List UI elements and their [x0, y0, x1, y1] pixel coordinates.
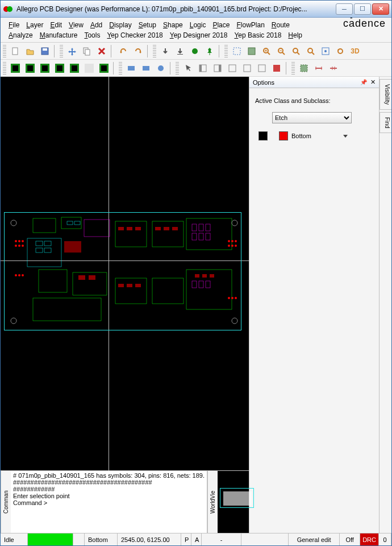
panel-1-button[interactable] — [196, 61, 210, 75]
copy-button[interactable] — [80, 44, 94, 58]
zoom-sel-button[interactable] — [289, 44, 303, 58]
layer-visibility-5-button[interactable] — [68, 61, 81, 75]
class-select[interactable]: Etch — [272, 112, 352, 123]
delete-button[interactable] — [95, 44, 109, 58]
svg-rect-64 — [152, 278, 184, 304]
panel-3-button[interactable] — [226, 61, 239, 75]
shape-circle-button[interactable] — [154, 61, 168, 75]
toolbar-grip-icon[interactable] — [3, 62, 6, 75]
zoom-window-button[interactable] — [230, 44, 244, 58]
menu-setup[interactable]: Setup — [135, 20, 160, 30]
menu-layer[interactable]: Layer — [23, 20, 47, 30]
3d-button[interactable]: 3D — [348, 44, 362, 58]
svg-rect-34 — [101, 65, 107, 71]
zoom-out-button[interactable] — [274, 44, 288, 58]
worldview-tab[interactable]: WorldVie — [207, 471, 218, 533]
menu-yep-checker[interactable]: Yep Checker 2018 — [103, 30, 166, 40]
menu-manufacture[interactable]: Manufacture — [36, 30, 81, 40]
tab-find[interactable]: Find — [380, 112, 391, 133]
tab-visibility[interactable]: Visibility — [380, 79, 391, 110]
arrow-down-alt-button[interactable] — [173, 44, 187, 58]
toolbar-grip-icon[interactable] — [224, 45, 228, 57]
menu-file[interactable]: File — [5, 20, 23, 30]
toolbar-grip-icon[interactable] — [119, 62, 122, 75]
layer-visibility-1-button[interactable] — [9, 61, 22, 75]
status-p[interactable]: P — [181, 533, 191, 545]
svg-line-19 — [312, 52, 314, 55]
command-prompt[interactable]: Command > — [13, 499, 205, 506]
status-drc[interactable]: DRC — [360, 533, 379, 545]
status-progress — [28, 533, 73, 545]
zoom-center-button[interactable] — [319, 44, 332, 58]
menu-flowplan[interactable]: FlowPlan — [233, 20, 268, 30]
panel-4-button[interactable] — [240, 61, 254, 75]
new-button[interactable] — [9, 44, 22, 58]
design-canvas[interactable] — [1, 77, 249, 470]
warning-button[interactable] — [270, 61, 283, 75]
select-button[interactable] — [181, 61, 195, 75]
layer-empty-button[interactable] — [82, 61, 96, 75]
arrow-down-button[interactable] — [159, 44, 172, 58]
subclass-dropdown-icon[interactable] — [343, 135, 348, 138]
shape-rect2-button[interactable] — [139, 61, 153, 75]
class-dropdown[interactable]: Etch — [272, 112, 352, 123]
toolbar-grip-icon[interactable] — [60, 45, 63, 57]
command-log[interactable]: # 071m0p_pbib_140901_165 has symbols: 30… — [11, 471, 207, 533]
visibility-chip[interactable] — [258, 131, 268, 140]
maximize-button[interactable]: ☐ — [354, 3, 371, 15]
color-chip[interactable] — [279, 131, 288, 140]
layer-visibility-6-button[interactable] — [97, 61, 111, 75]
menu-help[interactable]: Help — [285, 30, 306, 40]
undo-button[interactable] — [116, 44, 130, 58]
status-coords[interactable]: 2545.00, 6125.00 — [118, 533, 181, 545]
toolbar-grip-icon[interactable] — [153, 45, 156, 57]
dim-h-button[interactable] — [312, 61, 326, 75]
toolbar-grip-icon[interactable] — [3, 45, 6, 57]
close-icon[interactable]: ✕ — [370, 78, 376, 86]
zoom-in-button[interactable] — [260, 44, 273, 58]
layer-visibility-2-button[interactable] — [23, 61, 37, 75]
command-tab[interactable]: Comman — [1, 471, 11, 533]
status-mode[interactable]: General edit — [289, 533, 340, 545]
measure-button[interactable] — [297, 61, 311, 75]
menu-add[interactable]: Add — [87, 20, 106, 30]
save-button[interactable] — [38, 44, 52, 58]
menu-analyze[interactable]: Analyze — [5, 30, 36, 40]
move-button[interactable] — [65, 44, 79, 58]
menu-view[interactable]: View — [65, 20, 87, 30]
menu-logic[interactable]: Logic — [186, 20, 210, 30]
menu-tools[interactable]: Tools — [81, 30, 103, 40]
menu-place[interactable]: Place — [209, 20, 233, 30]
toolbar-grip-icon[interactable] — [176, 62, 179, 75]
dim-section-button[interactable] — [327, 61, 340, 75]
menu-shape[interactable]: Shape — [160, 20, 186, 30]
marker-green-button[interactable] — [188, 44, 202, 58]
close-button[interactable]: ✕ — [372, 3, 389, 15]
status-off[interactable]: Off — [340, 533, 360, 545]
menu-route[interactable]: Route — [268, 20, 293, 30]
pin-button[interactable] — [203, 44, 216, 58]
status-a[interactable]: A — [191, 533, 202, 545]
layer-visibility-3-button[interactable] — [38, 61, 52, 75]
menu-display[interactable]: Display — [106, 20, 135, 30]
toolbar-grip-icon[interactable] — [291, 62, 295, 75]
refresh-button[interactable] — [333, 44, 347, 58]
open-button[interactable] — [23, 44, 37, 58]
svg-rect-25 — [27, 65, 33, 71]
menu-yep-designer[interactable]: Yep Designer 2018 — [166, 30, 231, 40]
shape-rect-button[interactable] — [124, 61, 138, 75]
svg-rect-35 — [128, 66, 135, 71]
panel-2-button[interactable] — [211, 61, 224, 75]
status-layer[interactable]: Bottom — [85, 533, 118, 545]
panel-5-button[interactable] — [255, 61, 269, 75]
pin-icon[interactable]: 📌 — [360, 79, 367, 85]
svg-rect-56 — [115, 221, 147, 247]
svg-rect-57 — [152, 221, 184, 247]
worldview-canvas[interactable] — [218, 471, 249, 533]
zoom-prev-button[interactable] — [304, 44, 318, 58]
zoom-fit-button[interactable] — [245, 44, 258, 58]
layer-visibility-4-button[interactable] — [53, 61, 66, 75]
redo-button[interactable] — [131, 44, 145, 58]
menu-edit[interactable]: Edit — [47, 20, 65, 30]
menu-yep-basic[interactable]: Yep Basic 2018 — [231, 30, 285, 40]
